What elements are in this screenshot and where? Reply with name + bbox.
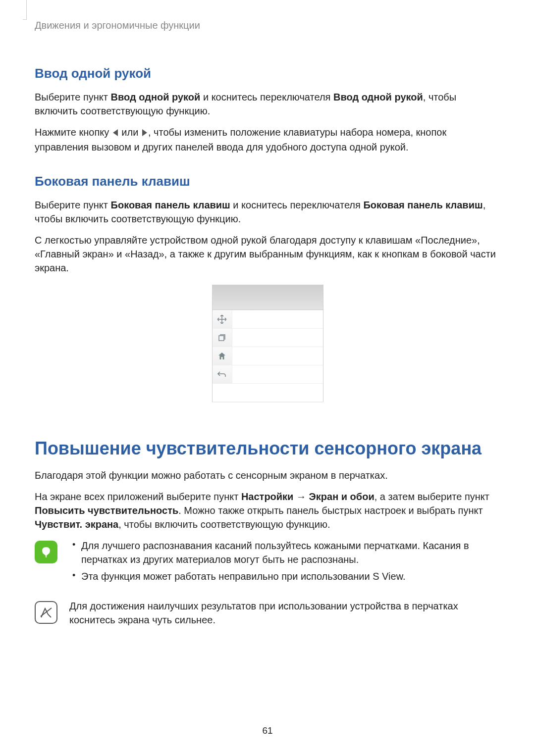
section3-paragraph-2: На экране всех приложений выберите пункт…: [35, 490, 500, 531]
section1-paragraph-2: Нажмите кнопку или , чтобы изменить поло…: [35, 125, 500, 154]
side-panel-illustration: [212, 285, 323, 403]
section-heading-touch-sensitivity: Повышение чувствительности сенсорного эк…: [35, 437, 500, 459]
section-heading-side-key-panel: Боковая панель клавиш: [35, 174, 500, 189]
svg-marker-1: [142, 129, 147, 136]
illustration-cell: [232, 310, 323, 328]
text-fragment: , чтобы включить соответствующую функцию…: [118, 519, 330, 530]
illustration-cell: [232, 347, 323, 365]
back-icon: [213, 365, 232, 383]
bold-term: Ввод одной рукой: [333, 92, 423, 102]
section2-paragraph-2: С легкостью управляйте устройством одной…: [35, 233, 500, 275]
bold-term: Боковая панель клавиш: [363, 200, 482, 210]
illustration-cell: [232, 384, 323, 402]
page-header: Движения и эргономичные функции: [35, 15, 500, 31]
page-number: 61: [0, 725, 535, 736]
svg-marker-0: [113, 129, 118, 136]
bold-term: Ввод одной рукой: [111, 92, 201, 102]
text-fragment: Выберите пункт: [35, 92, 111, 102]
svg-marker-5: [218, 353, 225, 359]
tip-callout: Для лучшего распознавания касаний пользу…: [35, 539, 500, 586]
text-fragment: или: [119, 127, 141, 138]
bold-term: Повысить чувствительность: [35, 505, 178, 516]
section1-paragraph-1: Выберите пункт Ввод одной рукой и коснит…: [35, 90, 500, 118]
svg-line-7: [41, 608, 52, 616]
text-fragment: Выберите пункт: [35, 200, 111, 210]
text-fragment: На экране всех приложений выберите пункт: [35, 491, 241, 502]
section3-paragraph-1: Благодаря этой функции можно работать с …: [35, 468, 500, 482]
tips-list: Для лучшего распознавания касаний пользу…: [69, 539, 500, 583]
svg-rect-6: [46, 555, 47, 557]
text-fragment: , а затем выберите пункт: [374, 491, 489, 502]
illustration-statusbar: [213, 285, 323, 310]
note-text: Для достижения наилучших результатов при…: [69, 599, 500, 627]
home-icon: [213, 347, 232, 365]
section-heading-one-hand-input: Ввод одной рукой: [35, 66, 500, 81]
bold-term: Настройки: [241, 491, 294, 502]
bold-term: Боковая панель клавиш: [111, 200, 230, 210]
tip-item: Эта функция может работать неправильно п…: [69, 569, 500, 583]
tip-icon: [35, 541, 57, 563]
bold-term: Экран и обои: [309, 491, 374, 502]
illustration-cell: [232, 365, 323, 383]
tip-item: Для лучшего распознавания касаний пользу…: [69, 539, 500, 566]
note-icon: [35, 601, 57, 624]
page-fold-decor: [23, 0, 27, 20]
svg-rect-4: [219, 336, 224, 341]
move-icon: [213, 310, 232, 328]
text-fragment: . Можно также открыть панель быстрых нас…: [178, 505, 482, 516]
text-fragment: и коснитесь переключателя: [230, 200, 364, 210]
text-fragment: и коснитесь переключателя: [200, 92, 333, 102]
section2-paragraph-1: Выберите пункт Боковая панель клавиш и к…: [35, 198, 500, 226]
illustration-cell: [232, 329, 323, 347]
illustration-cell: [213, 384, 232, 402]
bold-term: Чувствит. экрана: [35, 519, 118, 530]
text-fragment: →: [293, 491, 309, 502]
triangle-right-icon: [141, 126, 148, 140]
note-callout: Для достижения наилучших результатов при…: [35, 599, 500, 627]
text-fragment: Нажмите кнопку: [35, 127, 112, 138]
triangle-left-icon: [112, 126, 119, 140]
recents-icon: [213, 329, 232, 347]
